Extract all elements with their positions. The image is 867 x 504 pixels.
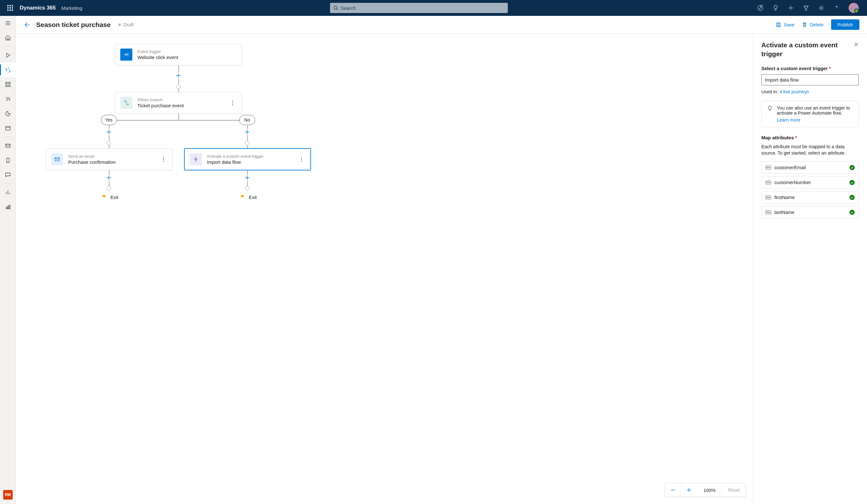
rail-assets[interactable] (0, 121, 16, 136)
node-branch[interactable]: If/then branch Ticket purchase event (115, 92, 242, 114)
select-trigger-label: Select a custom event trigger* (761, 66, 859, 71)
info-callout: You can also use an event trigger to act… (761, 100, 859, 127)
plus-icon[interactable] (788, 5, 794, 11)
delete-button[interactable]: Delete (802, 22, 823, 27)
svg-rect-26 (8, 206, 9, 209)
attribute-name: lastName (774, 210, 846, 215)
help-icon[interactable] (833, 5, 840, 11)
zoom-toolbar: 100% Reset (665, 483, 746, 497)
svg-rect-19 (6, 144, 10, 147)
delete-label: Delete (810, 22, 823, 27)
save-button[interactable]: Save (776, 22, 794, 27)
zoom-reset-button[interactable]: Reset (722, 483, 746, 497)
properties-panel: Activate a custom event trigger Select a… (753, 34, 867, 504)
node-custom-event-trigger[interactable]: Activate a custom event trigger Import d… (184, 148, 311, 170)
text-type-icon: Abc (766, 166, 771, 170)
svg-rect-12 (6, 85, 7, 87)
exit-label: Exit (249, 195, 257, 200)
node-subtitle: Activate a custom event trigger (207, 154, 264, 159)
search-box[interactable] (330, 3, 508, 13)
rail-segments[interactable] (0, 77, 16, 92)
target-icon[interactable] (757, 5, 763, 11)
add-step-button[interactable] (106, 174, 112, 181)
back-button[interactable] (23, 22, 30, 28)
more-vertical-icon (163, 157, 164, 162)
lightbulb-icon[interactable] (772, 5, 779, 11)
global-search (330, 3, 508, 13)
rail-mobile[interactable] (0, 153, 16, 168)
node-subtitle: Send an email (68, 154, 116, 159)
rail-triggers[interactable] (0, 92, 16, 106)
panel-close-button[interactable] (854, 42, 859, 47)
search-input[interactable] (341, 6, 505, 11)
svg-rect-25 (6, 207, 7, 209)
svg-line-1 (337, 9, 338, 10)
svg-marker-9 (7, 53, 10, 57)
node-more-button[interactable] (229, 97, 236, 109)
attribute-row[interactable]: Abc lastName (761, 206, 859, 218)
persona-badge[interactable]: RM (3, 490, 13, 500)
trigger-name-input[interactable] (761, 74, 859, 85)
node-more-button[interactable] (298, 154, 305, 165)
attribute-row[interactable]: Abc customerNumber (761, 176, 859, 189)
add-step-button[interactable] (106, 129, 112, 135)
close-icon (854, 42, 859, 47)
node-more-button[interactable] (160, 154, 167, 165)
status-dot-icon (118, 23, 121, 26)
rail-report2[interactable] (0, 200, 16, 214)
exit-marker: Exit (101, 194, 118, 200)
exit-label: Exit (110, 195, 118, 200)
rail-hamburger[interactable] (0, 16, 16, 31)
text-type-icon: Abc (766, 195, 771, 199)
filter-icon[interactable] (803, 5, 809, 11)
app-launcher-button[interactable] (2, 0, 18, 16)
branch-no: No (239, 115, 255, 125)
svg-point-41 (301, 157, 302, 158)
email-icon (51, 153, 63, 165)
rail-journeys[interactable] (0, 63, 16, 77)
svg-rect-10 (6, 82, 7, 84)
search-icon (333, 6, 338, 10)
zoom-out-button[interactable] (665, 483, 681, 497)
check-circle-icon (849, 165, 855, 170)
map-attributes-label: Map attributes* (761, 135, 859, 140)
more-vertical-icon (301, 157, 302, 162)
branch-icon (120, 97, 132, 109)
rail-play[interactable] (0, 48, 16, 63)
used-in-link[interactable]: 4 live journeys (779, 89, 809, 94)
node-event-trigger[interactable]: Event trigger Website click event (115, 44, 242, 65)
add-step-button[interactable] (175, 72, 182, 79)
rail-home[interactable] (0, 31, 16, 45)
save-icon (776, 22, 781, 27)
rail-chat[interactable] (0, 168, 16, 182)
flag-icon (240, 194, 246, 200)
attribute-row[interactable]: Abc firstName (761, 191, 859, 203)
rail-report1[interactable] (0, 185, 16, 200)
attribute-name: customerNumber (774, 180, 846, 185)
gear-icon[interactable] (818, 5, 824, 11)
svg-point-39 (163, 159, 164, 160)
attribute-name: firstName (774, 195, 846, 200)
attribute-row[interactable]: Abc customerEmail (761, 161, 859, 174)
svg-point-40 (163, 161, 164, 162)
journey-canvas[interactable]: Event trigger Website click event (16, 34, 753, 504)
text-type-icon: Abc (766, 211, 771, 214)
rail-analytics[interactable] (0, 106, 16, 121)
add-step-button[interactable] (244, 174, 250, 181)
add-step-button[interactable] (244, 129, 250, 135)
map-attributes-help: Each attribute must be mapped to a data … (761, 143, 859, 157)
left-nav-rail: RM (0, 16, 16, 504)
node-send-email[interactable]: Send an email Purchase confirmation (46, 149, 173, 170)
exit-marker: Exit (240, 194, 257, 200)
lightning-icon (190, 153, 202, 165)
user-avatar[interactable] (849, 3, 859, 13)
status-text: Draft (124, 22, 134, 27)
zoom-in-button[interactable] (681, 483, 697, 497)
svg-rect-13 (9, 85, 10, 87)
svg-point-5 (820, 7, 822, 9)
global-icon-row (755, 3, 865, 13)
learn-more-link[interactable]: Learn more (777, 117, 853, 122)
publish-button[interactable]: Publish (831, 19, 859, 30)
rail-email[interactable] (0, 138, 16, 153)
info-text: You can also use an event trigger to act… (777, 105, 850, 116)
